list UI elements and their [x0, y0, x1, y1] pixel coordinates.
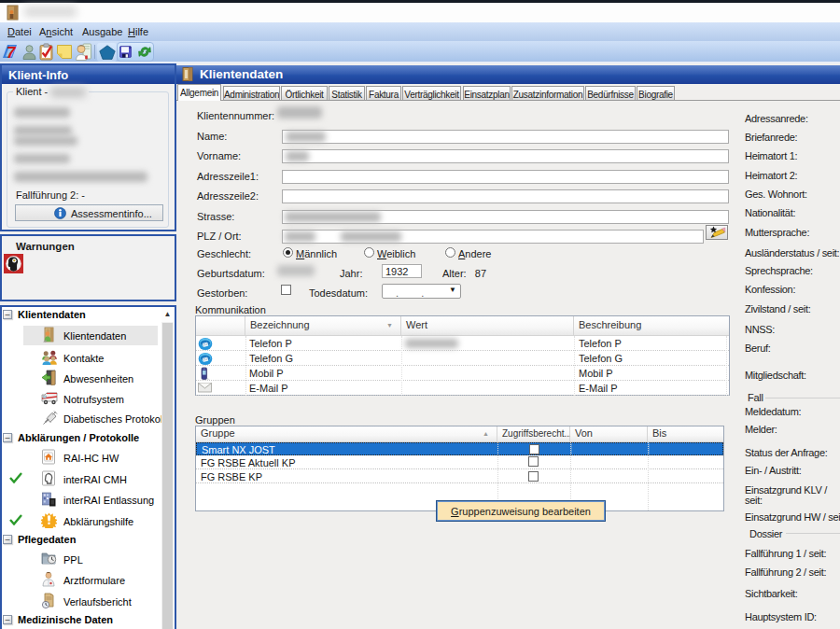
svg-text:7: 7	[7, 44, 17, 62]
